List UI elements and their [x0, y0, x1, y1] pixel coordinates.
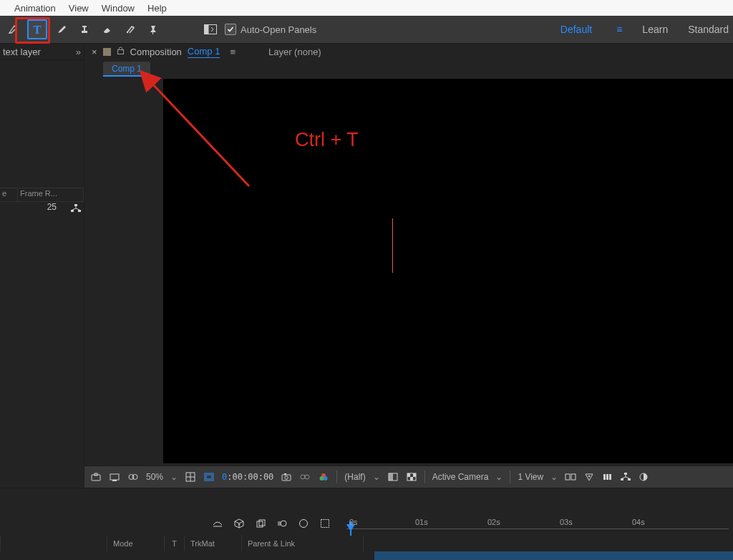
toggle-transparency-grid-icon[interactable] [109, 471, 120, 483]
col-parent[interactable]: Parent & Link [242, 536, 364, 551]
timeline-button-icon[interactable] [602, 471, 613, 483]
resolution-dropdown-icon[interactable]: ⌄ [373, 472, 380, 482]
project-columns-header: e Frame R... [0, 188, 84, 202]
project-search-row[interactable] [0, 175, 84, 188]
type-tool-icon[interactable]: T [27, 19, 47, 39]
panel-close-icon[interactable]: × [92, 47, 97, 57]
always-preview-icon[interactable] [90, 471, 102, 483]
pen-tool-icon[interactable] [4, 21, 21, 38]
resolution-value[interactable]: (Half) [344, 472, 365, 482]
brush-tool-icon[interactable] [53, 21, 70, 38]
shy-layers-icon[interactable] [212, 518, 223, 529]
reset-exposure-icon[interactable] [638, 471, 649, 483]
draft-3d-icon[interactable]: + [233, 518, 245, 529]
svg-text:+: + [238, 522, 241, 526]
puppet-pin-tool-icon[interactable] [145, 21, 162, 38]
project-framerate-value: 25 [0, 202, 68, 215]
svg-rect-26 [284, 473, 286, 475]
svg-rect-34 [389, 473, 393, 481]
comp-flowchart-icon[interactable] [621, 473, 631, 481]
workspace-switcher: Default ≡ Learn Standard [560, 24, 729, 35]
graph-editor-icon[interactable] [298, 518, 309, 529]
svg-rect-39 [565, 474, 570, 480]
magnification-value[interactable]: 50% [146, 472, 163, 482]
comp-color-swatch [103, 48, 111, 56]
svg-point-5 [132, 26, 134, 28]
comp-button-icon[interactable] [319, 518, 331, 529]
col-mode[interactable]: Mode [107, 536, 165, 551]
svg-rect-52 [259, 520, 265, 526]
svg-rect-3 [82, 26, 87, 27]
panel-toggle-icon[interactable] [202, 21, 219, 38]
show-snapshot-icon[interactable] [299, 471, 311, 483]
text-insertion-cursor [392, 218, 393, 273]
workspace-learn[interactable]: Learn [642, 24, 668, 35]
frame-blend-icon[interactable] [255, 518, 266, 529]
svg-point-18 [132, 475, 137, 480]
workspace-menu-icon[interactable]: ≡ [616, 24, 622, 35]
svg-rect-44 [609, 474, 611, 480]
eraser-tool-icon[interactable] [99, 21, 116, 38]
menu-window[interactable]: Window [102, 3, 135, 14]
current-timecode[interactable]: 0:00:00:00 [222, 472, 273, 482]
project-panel-label: text layer [3, 47, 41, 57]
svg-rect-45 [624, 473, 627, 475]
menu-help[interactable]: Help [147, 3, 167, 14]
menu-view[interactable]: View [69, 3, 89, 14]
workspace-default[interactable]: Default [560, 24, 592, 35]
ruler-tick-0: 0s [349, 518, 358, 526]
fast-preview-icon[interactable] [583, 471, 595, 483]
ruler-tick-4: 04s [632, 518, 645, 526]
motion-blur-icon[interactable] [276, 518, 288, 529]
project-col-framerate[interactable]: Frame R... [18, 188, 84, 201]
col-trkmat[interactable]: TrkMat [185, 536, 242, 551]
pixel-aspect-icon[interactable] [565, 471, 576, 483]
svg-rect-38 [410, 477, 413, 481]
view-count-value[interactable]: 1 View [518, 472, 543, 482]
timeline-ruler[interactable]: 0s 01s 02s 03s 04s [341, 511, 733, 536]
panel-menu-chevron-icon[interactable]: » [76, 47, 81, 57]
layer-panel-label[interactable]: Layer (none) [268, 47, 321, 57]
composition-panel-header: × Composition Comp 1 ≡ Layer (none) [84, 44, 733, 59]
svg-point-25 [285, 476, 288, 480]
menu-animation[interactable]: Animation [14, 3, 56, 14]
lock-icon[interactable] [117, 46, 125, 57]
composition-label: Composition [130, 47, 182, 57]
project-panel: text layer » e Frame R... 25 [0, 44, 84, 488]
project-row-1[interactable]: 25 [0, 202, 84, 215]
safe-zones-icon[interactable] [203, 471, 215, 483]
svg-point-53 [281, 521, 286, 526]
clone-stamp-tool-icon[interactable] [76, 21, 93, 38]
svg-rect-42 [603, 474, 606, 480]
workspace-standard[interactable]: Standard [688, 24, 729, 35]
view-count-dropdown-icon[interactable]: ⌄ [550, 472, 558, 482]
active-camera-value[interactable]: Active Camera [432, 472, 489, 482]
transparency-grid-icon[interactable] [406, 471, 417, 483]
grid-snap-icon[interactable] [185, 471, 196, 483]
composition-menu-icon[interactable]: ≡ [230, 47, 236, 57]
svg-rect-51 [257, 521, 263, 527]
col-t[interactable]: T [165, 536, 185, 551]
roto-brush-tool-icon[interactable] [122, 21, 139, 38]
active-camera-dropdown-icon[interactable]: ⌄ [495, 472, 503, 482]
roi-icon[interactable] [387, 471, 399, 483]
composition-viewer[interactable]: Ctrl + T [163, 77, 733, 465]
svg-rect-37 [413, 473, 416, 477]
svg-rect-16 [112, 480, 117, 481]
magnification-dropdown-icon[interactable]: ⌄ [170, 472, 178, 482]
flowchart-icon[interactable] [68, 202, 84, 215]
toolbar: T Auto-Open Panels Default ≡ Learn Stand… [0, 16, 733, 44]
toggle-mask-icon[interactable] [127, 471, 139, 483]
snapshot-icon[interactable] [281, 471, 292, 483]
svg-rect-23 [206, 475, 212, 479]
composition-name-link[interactable]: Comp 1 [188, 46, 220, 58]
timeline-column-headers: Mode T TrkMat Parent & Link [0, 536, 733, 551]
channel-icon[interactable] [318, 471, 329, 483]
svg-point-57 [300, 520, 308, 528]
work-area-bar[interactable] [374, 551, 733, 560]
svg-point-32 [324, 476, 328, 481]
project-col-1[interactable]: e [0, 188, 18, 201]
annotation-text: Ctrl + T [295, 129, 359, 151]
auto-open-panels-checkbox[interactable] [225, 24, 236, 35]
viewer-tab-comp1[interactable]: Comp 1 [103, 62, 150, 77]
